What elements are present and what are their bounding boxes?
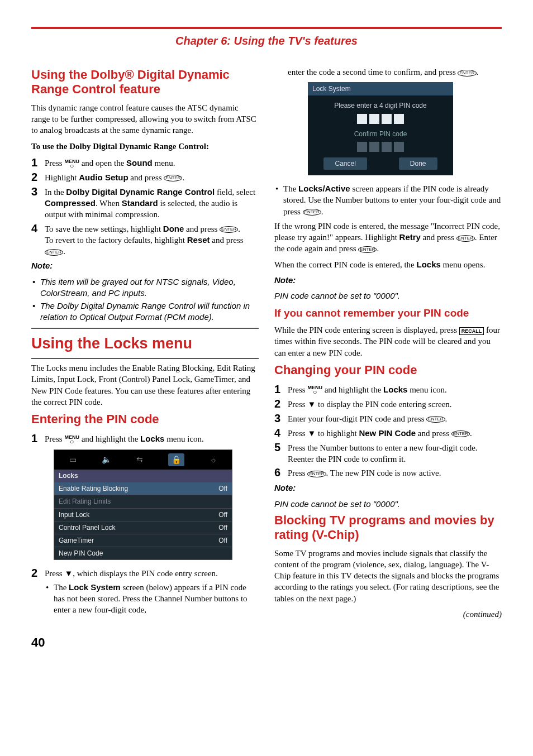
note-heading: Note: (31, 260, 259, 271)
step-body: Enter your four-digit PIN code and press… (288, 412, 502, 425)
cancel-button: Cancel (323, 157, 367, 170)
dolby-step-4: 4 To save the new settings, highlight Do… (31, 222, 259, 257)
text: Press (45, 569, 64, 578)
enter-icon: ENTER (451, 430, 470, 437)
note-item: This item will be grayed out for NTSC si… (31, 276, 259, 299)
text: and open the (79, 159, 126, 168)
text: Press (288, 400, 307, 409)
menu-icon: MENU○ (64, 159, 79, 169)
wrong-pin-text: If the wrong PIN code is entered, the me… (274, 221, 502, 255)
enter-icon: ENTER (45, 249, 63, 256)
standard-label: Standard (122, 198, 158, 208)
locks-intro: The Locks menu includes the Enable Ratin… (31, 362, 259, 408)
pin-step-2: 2 Press ▼, which displays the PIN code e… (31, 567, 259, 619)
down-arrow-icon: ▼ (64, 568, 73, 578)
step-body: Press ▼ to display the PIN code entering… (288, 398, 502, 410)
dialog-title: Lock System (308, 82, 453, 95)
text: . When (96, 199, 122, 208)
retry-label: Retry (399, 232, 421, 242)
step-number: 1 (31, 432, 45, 445)
done-button: Done (399, 157, 437, 170)
step-number: 1 (31, 156, 45, 169)
continuation-text: enter the code a second time to confirm,… (288, 66, 502, 78)
dolby-step-2: 2 Highlight Audio Setup and press ENTER. (31, 171, 259, 184)
locks-label: Locks (140, 434, 164, 443)
step-body: Highlight Audio Setup and press ENTER. (45, 171, 259, 184)
step-number: 2 (31, 567, 45, 619)
dolby-intro: This dynamic range control feature cause… (31, 102, 259, 136)
change-pin-step-3: 3 Enter your four-digit PIN code and pre… (274, 412, 502, 425)
text: to highlight (316, 429, 359, 438)
down-arrow-icon: ▼ (307, 428, 316, 438)
text: and highlight the (79, 434, 140, 443)
text: and press (210, 236, 244, 245)
enter-icon: ENTER (307, 471, 326, 477)
heading-change-pin: Changing your PIN code (274, 363, 502, 377)
note-body: PIN code cannot be set to "0000". (274, 499, 502, 510)
step-number: 6 (274, 466, 288, 479)
bullet-item: The Lock System screen (below) appears i… (45, 582, 259, 616)
enter-icon: ENTER (426, 416, 445, 423)
heading-forget-pin: If you cannot remember your PIN code (274, 307, 502, 320)
text: to display the PIN code entering screen. (316, 400, 451, 409)
lock-system-label: Lock System (69, 582, 121, 592)
reset-label: Reset (187, 235, 210, 245)
text: and highlight the (322, 385, 383, 394)
step-body: Press MENU○ and highlight the Locks menu… (45, 432, 259, 445)
down-arrow-icon: ▼ (307, 399, 316, 409)
text: Press (288, 385, 307, 394)
compressed-label: Compressed (45, 198, 96, 208)
row-label: New PIN Code (59, 549, 103, 558)
text: To save the new settings, highlight (45, 224, 163, 233)
enter-icon: ENTER (220, 226, 238, 233)
locks-row: New PIN Code (54, 547, 232, 559)
enter-icon: ENTER (358, 246, 377, 253)
enter-icon: ENTER (456, 235, 475, 242)
step-body: Press the Number buttons to enter a new … (288, 441, 502, 465)
step-number: 2 (274, 398, 288, 410)
bullet-list: The Locks/Active screen appears if the P… (274, 183, 502, 217)
left-column: Using the Dolby® Digital Dynamic Range C… (31, 64, 259, 624)
text: In the (45, 188, 66, 197)
note-list: This item will be grayed out for NTSC si… (31, 276, 259, 323)
vchip-text: Some TV programs and movies include sign… (274, 548, 502, 604)
text: and press (129, 173, 164, 182)
audio-setup-label: Audio Setup (79, 173, 128, 182)
done-label: Done (163, 224, 184, 233)
dolby-step-3: 3 In the Dolby Digital Dynamic Range Con… (31, 185, 259, 221)
text: , which displays the PIN code entry scre… (73, 569, 218, 578)
picture-icon: ▭ (69, 454, 77, 465)
rule (31, 358, 259, 359)
row-value: Off (218, 510, 227, 519)
locks-row: Input LockOff (54, 508, 232, 521)
text: Enter your four-digit PIN code and press (288, 414, 426, 423)
note-body: PIN code cannot be set to "0000". (274, 290, 502, 302)
text: Press (288, 429, 307, 438)
note-heading: Note: (274, 482, 502, 494)
dolby-step-1: 1 Press MENU○ and open the Sound menu. (31, 156, 259, 169)
change-pin-step-6: 6 Press ENTER. The new PIN code is now a… (274, 466, 502, 479)
step-body: In the Dolby Digital Dynamic Range Contr… (45, 185, 259, 221)
text: . The new PIN code is now active. (326, 468, 441, 477)
step-body: To save the new settings, highlight Done… (45, 222, 259, 257)
text: menu icon. (407, 385, 446, 394)
step-number: 3 (274, 412, 288, 425)
locks-row: Enable Rating BlockingOff (54, 482, 232, 495)
sub-bullets: The Lock System screen (below) appears i… (45, 582, 259, 616)
rule (31, 328, 259, 329)
ddrc-label: Dolby Digital Dynamic Range Control (66, 187, 215, 197)
heading-enter-pin: Entering the PIN code (31, 412, 259, 427)
lock-system-dialog: Lock System Please enter a 4 digit PIN c… (308, 82, 453, 175)
step-number: 1 (274, 383, 288, 396)
two-column-layout: Using the Dolby® Digital Dynamic Range C… (31, 64, 502, 624)
row-label: Enable Rating Blocking (59, 484, 128, 493)
text: enter the code a second time to confirm,… (288, 68, 458, 76)
menu-icon: MENU○ (64, 435, 79, 445)
dolby-use-heading: To use the Dolby Digital Dynamic Range C… (31, 141, 259, 152)
enter-icon: ENTER (303, 209, 321, 216)
new-pin-code-label: New PIN Code (359, 428, 416, 438)
menu-icon: MENU○ (307, 385, 322, 395)
text: menu. (153, 159, 175, 168)
locks-row: Edit Rating Limits (54, 495, 232, 508)
note-item: The Dolby Digital Dynamic Range Control … (31, 300, 259, 323)
